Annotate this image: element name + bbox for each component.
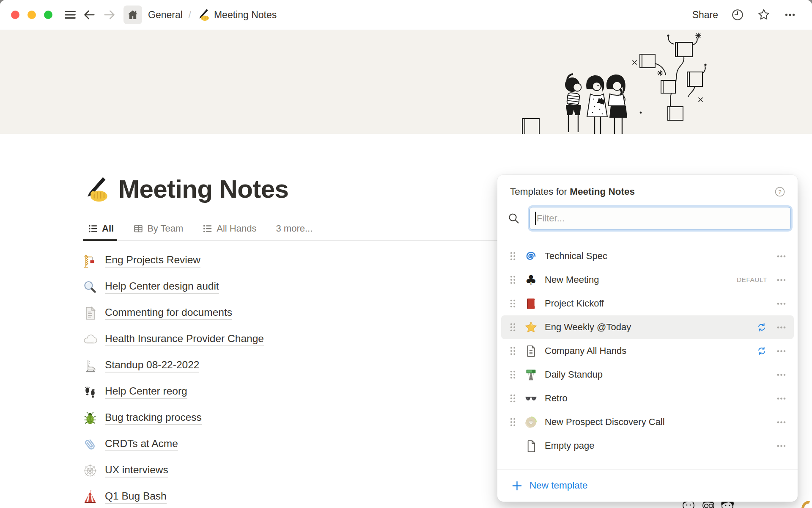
circus-tent-icon: [83, 490, 97, 504]
drag-handle-icon[interactable]: [510, 370, 516, 379]
row-options-icon[interactable]: [776, 298, 787, 309]
template-row[interactable]: ♣ New Meeting DEFAULT: [501, 268, 794, 292]
row-options-icon[interactable]: [776, 274, 787, 286]
breadcrumb-workspace[interactable]: General: [148, 9, 183, 21]
default-badge: DEFAULT: [737, 276, 767, 284]
list-view-icon: [88, 224, 98, 234]
page-link[interactable]: CRDTs at Acme: [105, 438, 178, 451]
home-icon: [127, 9, 139, 21]
svg-text:?: ?: [778, 189, 782, 195]
template-list: Technical Spec ♣ New Meeting DEFAULT: [497, 244, 798, 458]
breadcrumb-separator: /: [189, 9, 191, 20]
row-options-icon[interactable]: [776, 393, 787, 404]
top-bar: General / Meeting Notes Share: [0, 0, 812, 30]
page-title[interactable]: Meeting Notes: [118, 174, 288, 204]
page-link[interactable]: Help Center design audit: [105, 280, 219, 294]
help-icon[interactable]: ?: [774, 186, 786, 198]
page-link[interactable]: Eng Projects Review: [105, 254, 200, 268]
page-link[interactable]: Q1 Bug Bash: [105, 490, 167, 504]
back-icon[interactable]: [83, 8, 96, 22]
breadcrumb-page[interactable]: Meeting Notes: [214, 9, 277, 21]
footprints-icon: [83, 385, 97, 399]
page-cover: [0, 30, 812, 134]
template-filter-row: [497, 207, 798, 230]
page-link[interactable]: Commenting for documents: [105, 306, 232, 320]
close-window-button[interactable]: [11, 11, 19, 19]
history-clock-icon[interactable]: [731, 8, 744, 22]
tab-all-hands[interactable]: All Hands: [201, 223, 258, 240]
minimize-window-button[interactable]: [27, 11, 36, 19]
empty-page-icon: [524, 439, 538, 453]
zoom-window-button[interactable]: [44, 11, 52, 19]
share-button[interactable]: Share: [692, 9, 718, 21]
motorway-icon: [524, 368, 538, 381]
template-name: Daily Standup: [545, 369, 603, 380]
page-link[interactable]: Bug tracking process: [105, 411, 202, 425]
tab-all[interactable]: All: [83, 223, 115, 240]
template-name: Eng Weekly @Today: [545, 322, 631, 333]
template-row[interactable]: Project Kickoff: [501, 292, 794, 315]
page-link[interactable]: Health Insurance Provider Change: [105, 333, 264, 346]
page-facing-up-icon: [83, 306, 97, 320]
row-options-icon[interactable]: [776, 369, 787, 381]
template-row[interactable]: Empty page: [501, 434, 794, 458]
new-template-label: New template: [529, 480, 588, 491]
cloud-icon: [83, 332, 97, 347]
drag-handle-icon[interactable]: [510, 323, 516, 332]
writing-hand-icon: [197, 8, 210, 21]
template-name: Company All Hands: [545, 345, 626, 356]
writing-hand-icon: [83, 176, 109, 202]
sunglasses-icon: [524, 392, 538, 405]
template-row[interactable]: Eng Weekly @Today: [501, 315, 794, 339]
tab-by-team[interactable]: By Team: [132, 223, 185, 240]
magnifier-icon: [83, 280, 97, 294]
drag-handle-icon[interactable]: [510, 251, 516, 261]
drag-handle-icon[interactable]: [510, 417, 516, 427]
template-name: New Prospect Discovery Call: [545, 417, 665, 428]
forward-icon[interactable]: [102, 8, 116, 22]
template-row[interactable]: Retro: [501, 387, 794, 410]
drag-handle-icon[interactable]: [510, 275, 516, 284]
document-icon: [524, 345, 538, 358]
template-name: Technical Spec: [545, 251, 607, 262]
ice-skate-icon: [83, 359, 97, 373]
page-link[interactable]: Standup 08-22-2022: [105, 359, 199, 373]
template-row[interactable]: Company All Hands: [501, 339, 794, 363]
more-options-icon[interactable]: [783, 8, 797, 22]
crane-icon: [83, 254, 97, 268]
new-template-button[interactable]: New template: [497, 469, 798, 502]
tab-3-more-[interactable]: 3 more...: [274, 223, 314, 240]
topbar-actions: Share: [692, 8, 797, 22]
template-name: Retro: [545, 393, 568, 404]
row-options-icon[interactable]: [776, 322, 787, 333]
drag-handle-icon[interactable]: [510, 299, 516, 308]
page-link[interactable]: UX interviews: [105, 464, 168, 478]
drag-handle-icon[interactable]: [510, 346, 516, 356]
drag-handle-icon[interactable]: [510, 394, 516, 403]
club-icon: ♣: [524, 273, 538, 287]
list-view-icon: [203, 224, 213, 234]
cover-illustration: [514, 30, 708, 134]
gold-star-icon: [524, 321, 538, 334]
repeat-icon: [756, 322, 767, 333]
page-link[interactable]: Help Center reorg: [105, 385, 187, 399]
template-name: Project Kickoff: [545, 298, 604, 309]
favorite-star-icon[interactable]: [757, 8, 771, 22]
cd-icon: [524, 416, 538, 429]
home-button[interactable]: [123, 6, 142, 24]
template-filter-input[interactable]: [529, 207, 791, 230]
row-options-icon[interactable]: [776, 251, 787, 262]
template-row[interactable]: Daily Standup: [501, 363, 794, 387]
row-options-icon[interactable]: [776, 440, 787, 452]
row-options-icon[interactable]: [776, 417, 787, 428]
text-cursor: [535, 212, 536, 225]
template-name: Empty page: [545, 440, 594, 451]
paperclip-icon: [83, 437, 97, 452]
sidebar-menu-icon[interactable]: [63, 8, 77, 22]
template-row[interactable]: New Prospect Discovery Call: [501, 410, 794, 434]
templates-popover: Templates for Meeting Notes ? Technical …: [497, 175, 798, 502]
popover-title-page: Meeting Notes: [570, 186, 635, 197]
template-row[interactable]: Technical Spec: [501, 244, 794, 268]
row-options-icon[interactable]: [776, 345, 787, 357]
popover-header: Templates for Meeting Notes ?: [497, 175, 798, 198]
